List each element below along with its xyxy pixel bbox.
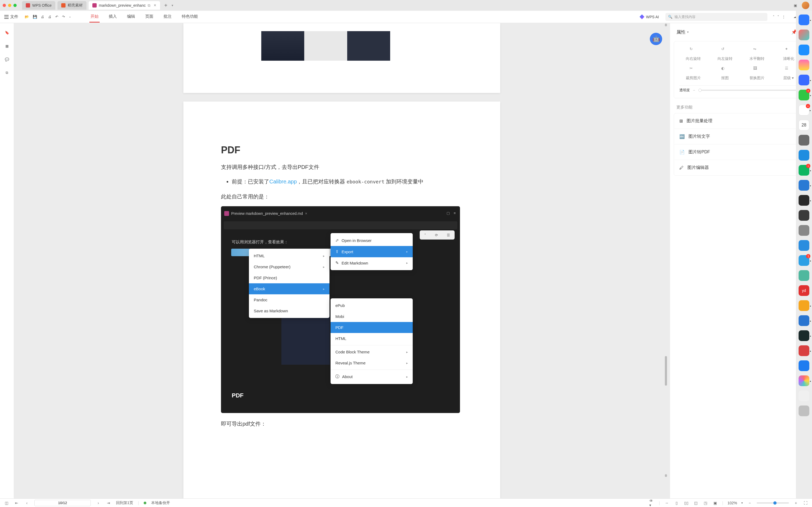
- wps-logo-icon: [26, 3, 30, 7]
- single-page-icon[interactable]: ▯: [674, 500, 679, 506]
- zoom-slider[interactable]: [757, 502, 789, 504]
- dock-color[interactable]: [799, 376, 809, 386]
- back-to-first-link[interactable]: 回到第1页: [116, 501, 133, 505]
- eye-icon[interactable]: 👁 ▾: [649, 500, 655, 506]
- dock-vscode[interactable]: [799, 180, 809, 191]
- replace-button[interactable]: 🖼替换图片: [743, 66, 771, 80]
- dock-app3[interactable]: [799, 315, 809, 326]
- opacity-minus-button[interactable]: −: [693, 88, 695, 92]
- tab-document-active[interactable]: markdown_preview_enhanc ⧉ ×: [89, 1, 160, 10]
- crop-button[interactable]: ✂裁剪图片: [679, 66, 707, 80]
- save-icon[interactable]: 💾: [33, 15, 37, 19]
- page-number-input[interactable]: [35, 500, 91, 506]
- collapse-up-icon[interactable]: ˄: [773, 15, 775, 19]
- dock-trash[interactable]: [799, 405, 809, 416]
- window-layout-icon[interactable]: ▣: [792, 2, 799, 9]
- fullscreen-icon[interactable]: ⛶: [803, 500, 808, 506]
- batch-process-button[interactable]: ⊞图片批量处理: [674, 113, 808, 129]
- flip-h-button[interactable]: ⇋水平翻转: [743, 47, 771, 61]
- dock-telegram[interactable]: 1: [799, 255, 809, 266]
- dock-doc[interactable]: [799, 390, 809, 401]
- dock-chatgpt[interactable]: [799, 270, 809, 281]
- search-input[interactable]: 🔍 输入查找内容: [665, 13, 767, 21]
- tab-wps-office[interactable]: WPS Office: [22, 1, 55, 10]
- print2-icon[interactable]: 🖨: [48, 15, 52, 19]
- view1-icon[interactable]: ◫: [693, 500, 699, 506]
- dock-app1[interactable]: [799, 240, 809, 251]
- prev-page-icon[interactable]: ‹: [24, 500, 30, 506]
- dock-qq[interactable]: •: [799, 105, 809, 115]
- dock-wechat[interactable]: •: [799, 90, 809, 101]
- img-to-pdf-button[interactable]: 📄图片转PDF: [674, 145, 808, 160]
- chevron-down-icon[interactable]: ▾: [741, 501, 743, 504]
- thumbnail-icon[interactable]: ▦: [4, 43, 10, 49]
- cutout-button[interactable]: ◐抠图: [711, 66, 739, 80]
- zoom-in-button[interactable]: +: [793, 500, 799, 506]
- dock-edge[interactable]: [799, 150, 809, 161]
- two-page-icon[interactable]: ▯▯: [684, 500, 689, 506]
- view3-icon[interactable]: ▣: [713, 500, 718, 506]
- last-page-icon[interactable]: ⇥: [106, 500, 111, 506]
- bookmark-icon[interactable]: 🔖: [4, 30, 10, 36]
- ai-float-button[interactable]: 🤖: [650, 33, 662, 45]
- comment-icon[interactable]: 💬: [4, 56, 10, 62]
- dock-clock[interactable]: [799, 225, 809, 236]
- redo-icon[interactable]: ↷: [62, 15, 65, 19]
- menu-tab-comment[interactable]: 批注: [163, 11, 173, 22]
- dock-calendar[interactable]: 28: [799, 120, 809, 130]
- dock-activity[interactable]: [799, 330, 809, 341]
- dock-evernote[interactable]: •: [799, 165, 809, 176]
- first-page-icon[interactable]: ⇤: [14, 500, 19, 506]
- img-editor-button[interactable]: 🖊图片编辑器: [674, 160, 808, 175]
- collapse-down-icon[interactable]: ˅: [777, 15, 779, 19]
- chevron-down-icon[interactable]: ▾: [687, 30, 689, 34]
- file-menu-button[interactable]: 文件: [4, 14, 18, 19]
- ctx-item-export-selected: ⇪Export▸: [331, 246, 413, 257]
- info-icon: ⓘ: [335, 374, 339, 379]
- rotate-right-button[interactable]: ↻向右旋转: [679, 47, 707, 61]
- menu-tab-page[interactable]: 页面: [144, 11, 155, 22]
- menu-tab-feature[interactable]: 特色功能: [181, 11, 199, 22]
- menu-tab-edit[interactable]: 编辑: [126, 11, 136, 22]
- next-page-icon[interactable]: ›: [96, 500, 101, 506]
- dock-safari[interactable]: [799, 45, 809, 55]
- rotate-left-button[interactable]: ↺向左旋转: [711, 47, 739, 61]
- dock-paint[interactable]: [799, 75, 809, 86]
- dock-terminal[interactable]: [799, 195, 809, 206]
- view2-icon[interactable]: ◳: [703, 500, 708, 506]
- window-maximize-button[interactable]: [13, 4, 17, 7]
- sidebar-toggle-icon[interactable]: ◫: [4, 500, 9, 506]
- window-close-button[interactable]: [3, 4, 6, 7]
- tab-close-icon[interactable]: ×: [154, 3, 156, 8]
- dock-wps[interactable]: [799, 345, 809, 356]
- wps-ai-button[interactable]: WPS AI: [640, 14, 659, 19]
- dock-appstore[interactable]: [799, 360, 809, 371]
- dock-calculator[interactable]: [799, 210, 809, 221]
- dock-photos[interactable]: [799, 60, 809, 70]
- chevron-down-icon[interactable]: ⌄: [69, 15, 71, 19]
- undo-icon[interactable]: ↶: [55, 15, 58, 19]
- dock-launchpad[interactable]: [799, 30, 809, 40]
- zoom-out-button[interactable]: −: [747, 500, 752, 506]
- print-icon[interactable]: 🖨: [41, 15, 44, 19]
- open-new-window-icon[interactable]: ⧉: [148, 3, 151, 8]
- tab-daoke[interactable]: 稻壳素材: [57, 1, 86, 10]
- calibre-link[interactable]: Calibre.app: [269, 179, 297, 184]
- more-icon[interactable]: ⋮: [782, 15, 786, 19]
- fit-width-icon[interactable]: ↔: [664, 500, 670, 506]
- open-folder-icon[interactable]: 📂: [25, 15, 29, 19]
- new-tab-button[interactable]: +: [162, 2, 170, 9]
- menu-tab-start[interactable]: 开始: [90, 11, 100, 22]
- img-to-text-button[interactable]: 🔤图片转文字: [674, 129, 808, 145]
- scrollbar-track[interactable]: [665, 23, 667, 498]
- opacity-slider[interactable]: [698, 90, 798, 91]
- dock-finder[interactable]: [799, 14, 809, 25]
- dock-dict[interactable]: yd: [799, 285, 809, 296]
- tab-menu-chevron-icon[interactable]: ▾: [172, 3, 173, 7]
- dock-settings[interactable]: [799, 135, 809, 146]
- menu-tab-insert[interactable]: 插入: [108, 11, 118, 22]
- dock-app2[interactable]: [799, 300, 809, 311]
- attachment-icon[interactable]: ⧉: [4, 70, 10, 76]
- user-avatar[interactable]: [802, 2, 809, 9]
- window-minimize-button[interactable]: [8, 4, 11, 7]
